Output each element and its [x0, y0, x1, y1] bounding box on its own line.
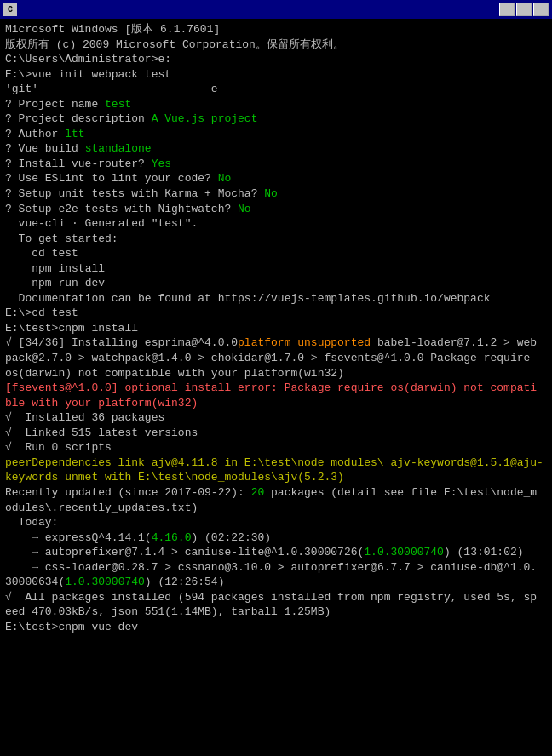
terminal-body: Microsoft Windows [版本 6.1.7601]版权所有 (c) … [0, 19, 552, 756]
terminal-line: E:\test>cnpm vue dev [5, 620, 547, 635]
terminal-line: os(darwin) not compatible with your plat… [5, 366, 547, 381]
terminal-line: Recently updated (since 2017-09-22): 20 … [5, 485, 547, 501]
terminal-line: √ Linked 515 latest versions [5, 426, 547, 441]
minimize-button[interactable] [499, 3, 515, 16]
terminal-line: 30000634(1.0.30000740) (12:26:54) [5, 575, 547, 590]
terminal-line: √ All packages installed (594 packages i… [5, 590, 547, 605]
terminal-line: pack@2.7.0 > watchpack@1.4.0 > chokidar@… [5, 351, 547, 366]
terminal-line: → autoprefixer@7.1.4 > caniuse-lite@^1.0… [5, 545, 547, 560]
cmd-window: C Microsoft Windows [版本 6.1.7601]版权所有 (c… [0, 0, 552, 756]
terminal-line: To get started: [5, 232, 547, 247]
terminal-line: npm install [5, 261, 547, 277]
terminal-line: vue-cli · Generated "test". [5, 216, 547, 232]
terminal-line: ? Setup e2e tests with Nightwatch? No [5, 202, 547, 217]
terminal-line: E:\>cd test [5, 306, 547, 321]
terminal-line: ? Vue build standalone [5, 141, 547, 157]
terminal-line: √ Installed 36 packages [5, 410, 547, 426]
titlebar: C [0, 0, 552, 19]
terminal-line: → expressQ^4.14.1(4.16.0) (02:22:30) [5, 530, 547, 546]
terminal-line: Documentation can be found at https://vu… [5, 291, 547, 306]
titlebar-controls[interactable] [499, 3, 549, 16]
terminal-line: ? Use ESLint to lint your code? No [5, 171, 547, 186]
terminal-line: ? Author ltt [5, 127, 547, 142]
terminal-line: Today: [5, 515, 547, 530]
terminal-line: C:\Users\Administrator>e: [5, 52, 547, 67]
terminal-line: peerDependencies link ajv@4.11.8 in E:\t… [5, 455, 547, 471]
terminal-line: Microsoft Windows [版本 6.1.7601] [5, 22, 547, 37]
terminal-line: ble with your platform(win32) [5, 396, 547, 411]
terminal-line: ? Project name test [5, 97, 547, 112]
terminal-line: eed 470.03kB/s, json 551(1.14MB), tarbal… [5, 604, 547, 620]
terminal-line: E:\test>cnpm install [5, 321, 547, 336]
terminal-line: ? Project description A Vue.js project [5, 112, 547, 127]
terminal-line: √ [34/36] Installing esprima@^4.0.0platf… [5, 335, 547, 351]
maximize-button[interactable] [516, 3, 532, 16]
terminal-line: 版权所有 (c) 2009 Microsoft Corporation。保留所有… [5, 37, 547, 53]
terminal-line: odules\.recently_updates.txt) [5, 501, 547, 516]
terminal-line: cd test [5, 246, 547, 261]
terminal-line: ? Setup unit tests with Karma + Mocha? N… [5, 186, 547, 202]
titlebar-left: C [3, 3, 22, 16]
terminal-line: [fsevents@^1.0.0] optional install error… [5, 381, 547, 396]
terminal-line: √ Run 0 scripts [5, 440, 547, 455]
close-button[interactable] [533, 3, 549, 16]
terminal-line: 'git' e [5, 82, 547, 97]
terminal-line: → css-loader@0.28.7 > cssnano@3.10.0 > a… [5, 560, 547, 576]
terminal-line: keywords unmet with E:\test\node_modules… [5, 470, 547, 485]
terminal-line: npm run dev [5, 276, 547, 291]
titlebar-icon: C [3, 3, 17, 16]
terminal-line: ? Install vue-router? Yes [5, 157, 547, 172]
terminal-line: E:\>vue init webpack test [5, 67, 547, 83]
